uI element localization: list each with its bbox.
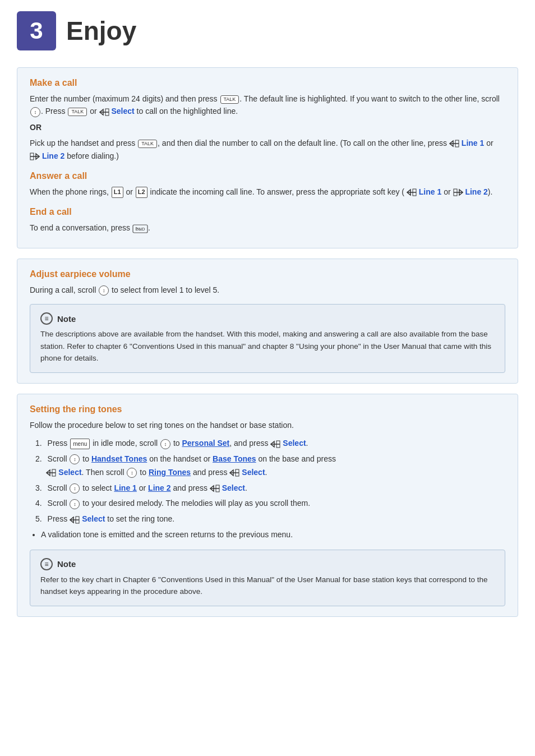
adjust-volume-heading: Adjust earpiece volume xyxy=(30,269,505,279)
volume-section-box: Adjust earpiece volume During a call, sc… xyxy=(17,259,518,384)
scroll-icon-3: ↕ xyxy=(160,439,170,449)
answer-a-call-heading: Answer a call xyxy=(30,171,505,181)
line2-label-answer: Line 2 xyxy=(465,187,487,196)
make-a-call-heading: Make a call xyxy=(30,78,505,88)
softkey-right-2-icon xyxy=(453,188,463,196)
softkey-left-icon xyxy=(99,108,109,116)
note2-label: Note xyxy=(57,559,76,569)
ring-tones-bullets: A validation tone is emitted and the scr… xyxy=(41,528,505,542)
softkey-left-8-icon xyxy=(70,516,80,524)
or-label: OR xyxy=(30,121,505,133)
note2-text: Refer to the key chart in Chapter 6 "Con… xyxy=(40,574,495,598)
line2-ring-label: Line 2 xyxy=(148,483,170,492)
select-label-1: Select xyxy=(283,439,306,448)
end-key-icon: END xyxy=(132,224,148,233)
softkey-left-6-icon xyxy=(229,469,239,477)
ring-tones-label: Ring Tones xyxy=(149,468,191,477)
ring-tones-steps: 1. Press menu in idle mode, scroll ↕ to … xyxy=(35,437,505,526)
end-a-call-body: To end a conversation, press END . xyxy=(30,222,505,234)
scroll-icon-5: ↕ xyxy=(127,468,137,478)
personal-set-label: Personal Set xyxy=(182,439,229,448)
talk-key-2: TALK xyxy=(68,108,87,116)
line1-label-make: Line 1 xyxy=(462,139,484,147)
scroll-icon-7: ↕ xyxy=(70,499,80,509)
note1-text: The descriptions above are available fro… xyxy=(40,328,495,365)
answer-a-call-body: When the phone rings, L1 or L2 indicate … xyxy=(30,186,505,198)
ring-tones-section-box: Setting the ring tones Follow the proced… xyxy=(17,394,518,617)
step-4: 4. Scroll ↕ to your desired melody. The … xyxy=(35,497,505,510)
softkey-left-4-icon xyxy=(270,440,280,448)
step-1: 1. Press menu in idle mode, scroll ↕ to … xyxy=(35,437,505,450)
l1-key: L1 xyxy=(112,187,123,198)
adjust-volume-body: During a call, scroll ↕ to select from l… xyxy=(30,284,505,296)
select-label: Select xyxy=(111,107,134,116)
note2-box: ≡ Note Refer to the key chart in Chapter… xyxy=(30,550,505,606)
select-label-2: Select xyxy=(58,468,81,477)
calls-section-box: Make a call Enter the number (maximum 24… xyxy=(17,67,518,248)
note2-icon: ≡ xyxy=(40,558,53,570)
make-a-call-body: Enter the number (maximum 24 digits) and… xyxy=(30,93,505,162)
note1-header: ≡ Note xyxy=(40,312,495,325)
l2-key: L2 xyxy=(136,187,147,198)
line1-ring-label: Line 1 xyxy=(114,483,136,492)
softkey-left-5-icon xyxy=(46,469,56,477)
chapter-title: Enjoy xyxy=(66,16,136,46)
scroll-icon-2: ↕ xyxy=(99,285,109,296)
chapter-badge: 3 xyxy=(17,11,56,50)
svg-text:END: END xyxy=(135,227,145,232)
talk-key-1: TALK xyxy=(220,95,239,104)
menu-key-1: menu xyxy=(70,439,90,449)
talk-key-3: TALK xyxy=(138,140,157,148)
handset-tones-label: Handset Tones xyxy=(91,454,147,463)
step-3: 3. Scroll ↕ to select Line 1 or Line 2 a… xyxy=(35,482,505,495)
softkey-right-1-icon xyxy=(30,153,40,160)
end-a-call-heading: End a call xyxy=(30,207,505,217)
note1-box: ≡ Note The descriptions above are availa… xyxy=(30,304,505,373)
page-header: 3 Enjoy xyxy=(17,11,518,50)
softkey-left-2-icon xyxy=(449,140,459,147)
line1-label-answer: Line 1 xyxy=(419,187,441,196)
step-2: 2. Scroll ↕ to Handset Tones on the hand… xyxy=(35,453,505,480)
base-tones-label: Base Tones xyxy=(213,454,256,463)
scroll-icon-4: ↕ xyxy=(70,454,80,464)
step-5: 5. Press Select to set the ring tone. xyxy=(35,513,505,526)
scroll-icon-6: ↕ xyxy=(70,483,80,494)
line2-label-make: Line 2 xyxy=(42,151,64,160)
note1-label: Note xyxy=(57,314,76,324)
ring-tones-intro: Follow the procedure below to set ring t… xyxy=(30,419,505,431)
select-label-4: Select xyxy=(222,483,245,492)
select-label-5: Select xyxy=(82,514,105,523)
select-label-3: Select xyxy=(242,468,265,477)
softkey-left-3-icon xyxy=(407,188,417,196)
note1-icon: ≡ xyxy=(40,312,53,325)
softkey-left-7-icon xyxy=(210,485,220,492)
bullet-item-1: A validation tone is emitted and the scr… xyxy=(41,528,505,542)
ring-tones-heading: Setting the ring tones xyxy=(30,404,505,414)
note2-header: ≡ Note xyxy=(40,558,495,570)
scroll-icon-1: ↕ xyxy=(30,107,40,117)
